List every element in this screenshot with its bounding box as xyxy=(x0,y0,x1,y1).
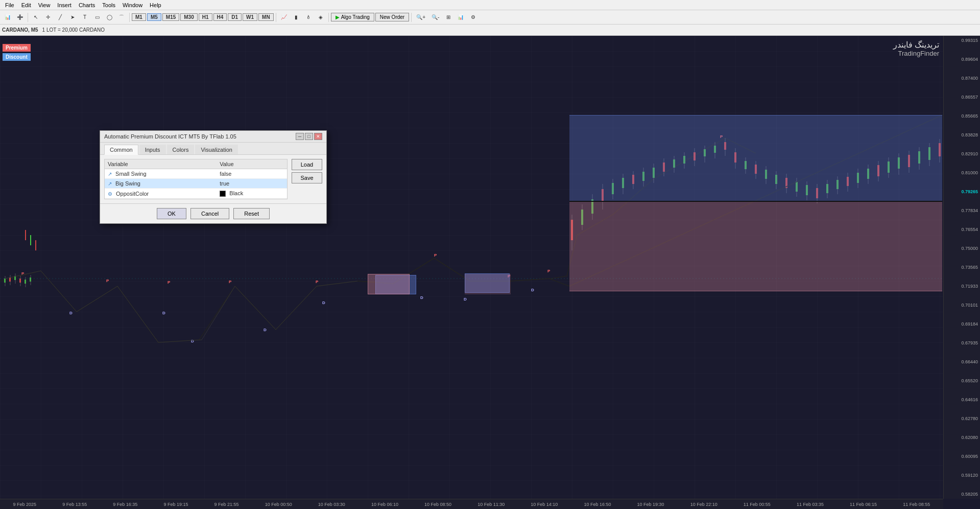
play-icon: ▶ xyxy=(336,14,340,20)
save-btn[interactable]: Save xyxy=(292,172,322,183)
table-row[interactable]: ↗ Big Swing true xyxy=(105,179,287,189)
modal-table: Variable Value ↗ Small Swing false xyxy=(105,159,287,199)
zoom-in-btn[interactable]: 🔍+ xyxy=(414,12,428,23)
cancel-btn[interactable]: Cancel xyxy=(190,208,229,219)
tf-h1[interactable]: H1 xyxy=(199,13,212,21)
menu-edit[interactable]: Edit xyxy=(18,1,34,9)
modal-overlay: Automatic Premium Discount ICT MT5 By TF… xyxy=(0,36,980,509)
row-icon-oppositcolor: ⚙ xyxy=(108,191,112,197)
algo-trading-btn[interactable]: ▶ Algo Trading xyxy=(331,13,374,21)
row-variable-small-swing: Small Swing xyxy=(115,171,147,177)
menu-bar: File Edit View Insert Charts Tools Windo… xyxy=(0,0,980,10)
cursor-btn[interactable]: ↖ xyxy=(30,12,41,23)
modal-table-area: Variable Value ↗ Small Swing false xyxy=(104,159,288,199)
tf-m30[interactable]: M30 xyxy=(180,13,197,21)
color-swatch-black xyxy=(220,191,226,197)
row-value-oppositcolor: Black xyxy=(229,190,243,196)
arrow-btn[interactable]: ➤ xyxy=(67,12,78,23)
settings-btn[interactable]: ⚙ xyxy=(467,12,479,23)
modal-tabs: Common Inputs Colors Visualization xyxy=(100,143,326,155)
tf-m15[interactable]: M15 xyxy=(162,13,179,21)
modal-content: Variable Value ↗ Small Swing false xyxy=(100,155,326,203)
tf-h4[interactable]: H4 xyxy=(213,13,227,21)
vol-btn[interactable]: 📊 xyxy=(455,12,466,23)
rect-btn[interactable]: ▭ xyxy=(91,12,103,23)
chart-type-candle[interactable]: 🕯 xyxy=(303,12,314,23)
ellipse-btn[interactable]: ◯ xyxy=(104,12,115,23)
new-order-btn[interactable]: New Order xyxy=(375,13,409,21)
crosshair-btn[interactable]: ✛ xyxy=(42,12,54,23)
modal-title: Automatic Premium Discount ICT MT5 By TF… xyxy=(104,133,236,140)
col-value: Value xyxy=(217,159,287,169)
menu-charts[interactable]: Charts xyxy=(76,1,98,9)
tab-inputs[interactable]: Inputs xyxy=(139,145,166,154)
reset-btn[interactable]: Reset xyxy=(233,208,270,219)
sep3 xyxy=(276,13,276,22)
menu-file[interactable]: File xyxy=(2,1,17,9)
tf-mn[interactable]: MN xyxy=(258,13,274,21)
restore-btn[interactable]: □ xyxy=(305,133,313,140)
menu-insert[interactable]: Insert xyxy=(54,1,75,9)
menu-window[interactable]: Window xyxy=(119,1,146,9)
modal-side-buttons: Load Save xyxy=(292,159,322,199)
chart-area: P P P P P P P P P D D D D D D D D Prem xyxy=(0,36,980,509)
grid-btn[interactable]: ⊞ xyxy=(443,12,454,23)
sep1 xyxy=(28,13,28,22)
load-btn[interactable]: Load xyxy=(292,159,322,170)
menu-help[interactable]: Help xyxy=(147,1,164,9)
tf-m5[interactable]: M5 xyxy=(147,13,161,21)
row-value-small-swing: false xyxy=(217,169,287,179)
row-variable-oppositcolor: OppositColor xyxy=(116,191,149,197)
row-variable-big-swing: Big Swing xyxy=(115,180,140,187)
plus-btn[interactable]: ➕ xyxy=(14,12,26,23)
row-icon-big-swing: ↗ xyxy=(108,181,112,187)
tf-d1[interactable]: D1 xyxy=(228,13,242,21)
price-type-btn[interactable]: ◈ xyxy=(315,12,326,23)
chart-type-bar[interactable]: ▮ xyxy=(291,12,302,23)
zoom-out-btn[interactable]: 🔍- xyxy=(429,12,442,23)
tf-w1[interactable]: W1 xyxy=(243,13,257,21)
sep2 xyxy=(129,13,130,22)
row-value-big-swing: true xyxy=(217,179,287,189)
ok-btn[interactable]: OK xyxy=(157,208,186,219)
col-variable: Variable xyxy=(105,159,217,169)
sep5 xyxy=(411,13,412,22)
close-btn[interactable]: ✕ xyxy=(314,133,322,140)
modal-bottom-buttons: OK Cancel Reset xyxy=(100,203,326,223)
sep4 xyxy=(328,13,329,22)
text-btn[interactable]: T xyxy=(79,12,90,23)
main-toolbar: 📊 ➕ ↖ ✛ ╱ ➤ T ▭ ◯ ⌒ M1 M5 M15 M30 H1 H4 … xyxy=(0,10,980,25)
tf-m1[interactable]: M1 xyxy=(132,13,146,21)
chart-type-line[interactable]: 📈 xyxy=(278,12,290,23)
tab-visualization[interactable]: Visualization xyxy=(195,145,238,154)
modal-dialog: Automatic Premium Discount ICT MT5 By TF… xyxy=(100,130,327,224)
chart-info-bar: CARDANO, M5 1 LOT = 20,000 CARDANO xyxy=(0,25,980,36)
menu-view[interactable]: View xyxy=(35,1,54,9)
minimize-btn[interactable]: ─ xyxy=(296,133,304,140)
tab-colors[interactable]: Colors xyxy=(167,145,195,154)
table-row[interactable]: ⚙ OppositColor Black xyxy=(105,189,287,199)
line-btn[interactable]: ╱ xyxy=(55,12,66,23)
fib-btn[interactable]: ⌒ xyxy=(116,12,127,23)
chart-lot-info: 1 LOT = 20,000 CARDANO xyxy=(42,27,105,33)
chart-symbol: CARDANO, M5 xyxy=(2,27,38,33)
tab-common[interactable]: Common xyxy=(104,145,138,155)
menu-tools[interactable]: Tools xyxy=(99,1,118,9)
row-icon-small-swing: ↗ xyxy=(108,171,112,177)
new-chart-btn[interactable]: 📊 xyxy=(2,12,13,23)
table-row[interactable]: ↗ Small Swing false xyxy=(105,169,287,179)
modal-titlebar: Automatic Premium Discount ICT MT5 By TF… xyxy=(100,131,326,143)
modal-window-controls: ─ □ ✕ xyxy=(296,133,322,140)
